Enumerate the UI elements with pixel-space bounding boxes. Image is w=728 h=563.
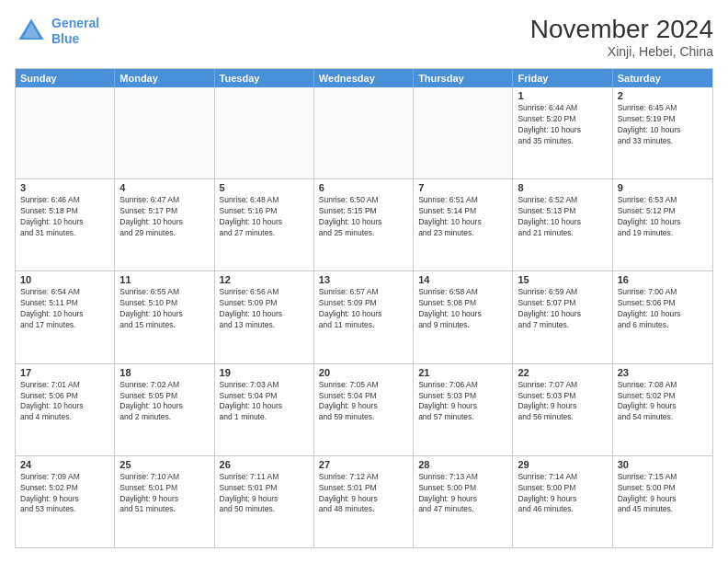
day-info: Sunrise: 6:54 AM Sunset: 5:11 PM Dayligh… (20, 287, 109, 331)
day-number: 10 (20, 274, 109, 285)
calendar-cell-r2-c5: 15Sunrise: 6:59 AM Sunset: 5:07 PM Dayli… (513, 271, 612, 362)
day-number: 30 (618, 459, 708, 470)
calendar-cell-r2-c4: 14Sunrise: 6:58 AM Sunset: 5:08 PM Dayli… (414, 271, 513, 362)
calendar-cell-r1-c5: 8Sunrise: 6:52 AM Sunset: 5:13 PM Daylig… (513, 179, 612, 270)
calendar-cell-r4-c2: 26Sunrise: 7:11 AM Sunset: 5:01 PM Dayli… (215, 456, 314, 547)
header: General Blue November 2024 Xinji, Hebei,… (15, 15, 713, 59)
day-info: Sunrise: 7:12 AM Sunset: 5:01 PM Dayligh… (319, 472, 408, 516)
day-info: Sunrise: 7:07 AM Sunset: 5:03 PM Dayligh… (518, 380, 607, 424)
day-number: 26 (220, 459, 309, 470)
day-number: 28 (418, 459, 507, 470)
calendar-row-0: 1Sunrise: 6:44 AM Sunset: 5:20 PM Daylig… (16, 87, 712, 178)
calendar-cell-r4-c3: 27Sunrise: 7:12 AM Sunset: 5:01 PM Dayli… (314, 456, 414, 547)
calendar-cell-r3-c1: 18Sunrise: 7:02 AM Sunset: 5:05 PM Dayli… (115, 364, 214, 455)
day-number: 12 (220, 274, 309, 285)
calendar-body: 1Sunrise: 6:44 AM Sunset: 5:20 PM Daylig… (16, 87, 712, 547)
calendar-cell-r0-c5: 1Sunrise: 6:44 AM Sunset: 5:20 PM Daylig… (513, 87, 612, 178)
calendar-cell-r1-c0: 3Sunrise: 6:46 AM Sunset: 5:18 PM Daylig… (16, 179, 115, 270)
day-info: Sunrise: 7:10 AM Sunset: 5:01 PM Dayligh… (119, 472, 209, 516)
day-info: Sunrise: 7:00 AM Sunset: 5:06 PM Dayligh… (618, 287, 708, 331)
header-saturday: Saturday (613, 69, 712, 87)
day-number: 21 (418, 367, 507, 378)
calendar-cell-r0-c0 (16, 87, 115, 178)
day-info: Sunrise: 7:11 AM Sunset: 5:01 PM Dayligh… (220, 472, 309, 516)
calendar-cell-r3-c0: 17Sunrise: 7:01 AM Sunset: 5:06 PM Dayli… (16, 364, 115, 455)
day-number: 24 (20, 459, 109, 470)
day-info: Sunrise: 7:15 AM Sunset: 5:00 PM Dayligh… (618, 472, 708, 516)
calendar-cell-r3-c4: 21Sunrise: 7:06 AM Sunset: 5:03 PM Dayli… (414, 364, 513, 455)
day-number: 2 (618, 90, 708, 101)
logo: General Blue (15, 15, 99, 48)
day-number: 16 (618, 274, 708, 285)
day-info: Sunrise: 7:13 AM Sunset: 5:00 PM Dayligh… (418, 472, 507, 516)
calendar-cell-r1-c1: 4Sunrise: 6:47 AM Sunset: 5:17 PM Daylig… (115, 179, 214, 270)
header-friday: Friday (513, 69, 612, 87)
calendar-cell-r0-c6: 2Sunrise: 6:45 AM Sunset: 5:19 PM Daylig… (613, 87, 712, 178)
day-number: 7 (418, 182, 507, 193)
day-number: 11 (119, 274, 209, 285)
logo-icon (15, 15, 48, 48)
day-info: Sunrise: 7:14 AM Sunset: 5:00 PM Dayligh… (518, 472, 607, 516)
calendar-cell-r1-c2: 5Sunrise: 6:48 AM Sunset: 5:16 PM Daylig… (215, 179, 314, 270)
day-info: Sunrise: 7:09 AM Sunset: 5:02 PM Dayligh… (20, 472, 109, 516)
day-info: Sunrise: 6:57 AM Sunset: 5:09 PM Dayligh… (319, 287, 408, 331)
calendar-cell-r4-c6: 30Sunrise: 7:15 AM Sunset: 5:00 PM Dayli… (613, 456, 712, 547)
calendar: Sunday Monday Tuesday Wednesday Thursday… (15, 68, 713, 548)
calendar-cell-r2-c3: 13Sunrise: 6:57 AM Sunset: 5:09 PM Dayli… (314, 271, 414, 362)
day-info: Sunrise: 6:45 AM Sunset: 5:19 PM Dayligh… (618, 103, 708, 147)
page: General Blue November 2024 Xinji, Hebei,… (0, 0, 728, 563)
day-number: 22 (518, 367, 607, 378)
calendar-cell-r1-c6: 9Sunrise: 6:53 AM Sunset: 5:12 PM Daylig… (613, 179, 712, 270)
day-info: Sunrise: 6:56 AM Sunset: 5:09 PM Dayligh… (220, 287, 309, 331)
calendar-cell-r3-c5: 22Sunrise: 7:07 AM Sunset: 5:03 PM Dayli… (513, 364, 612, 455)
calendar-cell-r2-c6: 16Sunrise: 7:00 AM Sunset: 5:06 PM Dayli… (613, 271, 712, 362)
calendar-row-2: 10Sunrise: 6:54 AM Sunset: 5:11 PM Dayli… (16, 270, 712, 362)
calendar-row-4: 24Sunrise: 7:09 AM Sunset: 5:02 PM Dayli… (16, 455, 712, 547)
day-number: 13 (319, 274, 408, 285)
day-number: 4 (119, 182, 209, 193)
day-info: Sunrise: 6:59 AM Sunset: 5:07 PM Dayligh… (518, 287, 607, 331)
calendar-cell-r4-c4: 28Sunrise: 7:13 AM Sunset: 5:00 PM Dayli… (414, 456, 513, 547)
calendar-header: Sunday Monday Tuesday Wednesday Thursday… (16, 69, 712, 87)
day-number: 5 (220, 182, 309, 193)
day-info: Sunrise: 6:47 AM Sunset: 5:17 PM Dayligh… (119, 195, 209, 239)
header-sunday: Sunday (16, 69, 115, 87)
header-wednesday: Wednesday (314, 69, 414, 87)
location: Xinji, Hebei, China (530, 44, 713, 59)
day-number: 15 (518, 274, 607, 285)
day-number: 19 (220, 367, 309, 378)
calendar-cell-r2-c0: 10Sunrise: 6:54 AM Sunset: 5:11 PM Dayli… (16, 271, 115, 362)
day-number: 6 (319, 182, 408, 193)
day-number: 25 (119, 459, 209, 470)
day-number: 29 (518, 459, 607, 470)
calendar-cell-r0-c3 (314, 87, 414, 178)
logo-text: General Blue (51, 16, 99, 47)
day-info: Sunrise: 6:52 AM Sunset: 5:13 PM Dayligh… (518, 195, 607, 239)
day-number: 27 (319, 459, 408, 470)
day-number: 8 (518, 182, 607, 193)
day-info: Sunrise: 6:44 AM Sunset: 5:20 PM Dayligh… (518, 103, 607, 147)
month-title: November 2024 (530, 15, 713, 44)
logo-line1: General (51, 16, 99, 30)
header-tuesday: Tuesday (215, 69, 314, 87)
day-number: 14 (418, 274, 507, 285)
logo-line2: Blue (51, 31, 79, 46)
calendar-cell-r0-c1 (115, 87, 214, 178)
calendar-row-3: 17Sunrise: 7:01 AM Sunset: 5:06 PM Dayli… (16, 363, 712, 455)
day-info: Sunrise: 7:05 AM Sunset: 5:04 PM Dayligh… (319, 380, 408, 424)
day-info: Sunrise: 7:08 AM Sunset: 5:02 PM Dayligh… (618, 380, 708, 424)
day-number: 17 (20, 367, 109, 378)
calendar-cell-r0-c2 (215, 87, 314, 178)
day-info: Sunrise: 7:01 AM Sunset: 5:06 PM Dayligh… (20, 380, 109, 424)
day-info: Sunrise: 6:55 AM Sunset: 5:10 PM Dayligh… (119, 287, 209, 331)
day-info: Sunrise: 6:50 AM Sunset: 5:15 PM Dayligh… (319, 195, 408, 239)
calendar-cell-r4-c1: 25Sunrise: 7:10 AM Sunset: 5:01 PM Dayli… (115, 456, 214, 547)
calendar-cell-r1-c4: 7Sunrise: 6:51 AM Sunset: 5:14 PM Daylig… (414, 179, 513, 270)
day-info: Sunrise: 6:53 AM Sunset: 5:12 PM Dayligh… (618, 195, 708, 239)
day-info: Sunrise: 7:02 AM Sunset: 5:05 PM Dayligh… (119, 380, 209, 424)
day-info: Sunrise: 6:58 AM Sunset: 5:08 PM Dayligh… (418, 287, 507, 331)
calendar-cell-r3-c6: 23Sunrise: 7:08 AM Sunset: 5:02 PM Dayli… (613, 364, 712, 455)
calendar-cell-r4-c5: 29Sunrise: 7:14 AM Sunset: 5:00 PM Dayli… (513, 456, 612, 547)
day-info: Sunrise: 6:48 AM Sunset: 5:16 PM Dayligh… (220, 195, 309, 239)
day-info: Sunrise: 6:51 AM Sunset: 5:14 PM Dayligh… (418, 195, 507, 239)
